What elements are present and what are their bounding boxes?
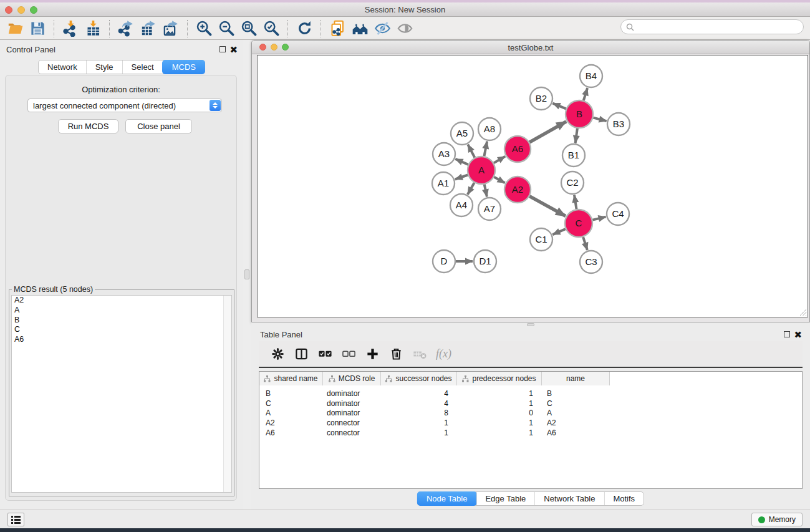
table-tab-motifs[interactable]: Motifs bbox=[604, 492, 644, 505]
table-cell[interactable]: 1 bbox=[457, 418, 542, 427]
table-tab-network-table[interactable]: Network Table bbox=[534, 492, 604, 505]
column-header-shared-name[interactable]: shared name bbox=[259, 372, 323, 385]
table-cell[interactable]: B bbox=[542, 389, 610, 398]
export-image-button[interactable] bbox=[160, 19, 182, 39]
table-cell[interactable]: 1 bbox=[381, 418, 457, 427]
close-panel-button[interactable]: Close panel bbox=[125, 119, 192, 133]
run-mcds-button[interactable]: Run MCDS bbox=[58, 119, 118, 133]
node-A6[interactable]: A6 bbox=[504, 136, 531, 162]
network-canvas[interactable]: AA6A2BCA5A8A3A1A4A7B2B4B3B1C2C4C1C3DD1 bbox=[257, 55, 808, 317]
node-A5[interactable]: A5 bbox=[451, 122, 473, 145]
mcds-result-item[interactable]: A2 bbox=[12, 296, 231, 306]
table-float-panel-icon[interactable] bbox=[784, 331, 790, 337]
mcds-result-item[interactable]: A bbox=[12, 306, 231, 316]
node-A8[interactable]: A8 bbox=[478, 118, 501, 140]
edge-A-A5[interactable] bbox=[468, 145, 475, 158]
edge-B-B4[interactable] bbox=[584, 88, 587, 100]
table-row[interactable]: Adominator80A bbox=[259, 409, 802, 418]
horizontal-splitter[interactable] bbox=[251, 322, 810, 327]
node-D1[interactable]: D1 bbox=[474, 250, 496, 273]
node-C4[interactable]: C4 bbox=[607, 203, 629, 225]
edge-B-B1[interactable] bbox=[576, 128, 577, 143]
table-cell[interactable]: dominator bbox=[323, 399, 381, 408]
node-A3[interactable]: A3 bbox=[433, 143, 455, 165]
column-header-name[interactable]: name bbox=[542, 372, 610, 385]
tab-network[interactable]: Network bbox=[39, 60, 86, 74]
mcds-result-item[interactable]: C bbox=[12, 325, 231, 335]
node-A7[interactable]: A7 bbox=[478, 198, 501, 220]
function-builder-button[interactable]: f(x) bbox=[436, 347, 451, 360]
unselect-all-columns-button[interactable] bbox=[339, 344, 359, 364]
edge-B-B2[interactable] bbox=[553, 104, 566, 109]
table-cell[interactable]: dominator bbox=[323, 409, 381, 417]
table-cell[interactable]: B bbox=[259, 389, 323, 398]
edge-A6-B[interactable] bbox=[529, 122, 566, 142]
table-cell[interactable]: 0 bbox=[457, 409, 542, 417]
edge-A-A2[interactable] bbox=[494, 177, 504, 183]
node-B[interactable]: B bbox=[566, 100, 593, 128]
edge-A-A6[interactable] bbox=[494, 157, 505, 163]
vertical-splitter[interactable] bbox=[243, 40, 251, 510]
table-cell[interactable]: 4 bbox=[381, 399, 457, 408]
node-D[interactable]: D bbox=[433, 250, 455, 273]
table-cell[interactable]: dominator bbox=[323, 389, 381, 398]
table-cell[interactable]: A bbox=[542, 409, 610, 417]
table-row[interactable]: A2connector11A2 bbox=[259, 418, 802, 428]
table-options-button[interactable] bbox=[268, 344, 287, 364]
vertical-splitter-handle[interactable] bbox=[244, 269, 249, 279]
column-header-successor-nodes[interactable]: successor nodes bbox=[381, 372, 457, 385]
table-cell[interactable]: connector bbox=[323, 418, 381, 427]
tab-style[interactable]: Style bbox=[86, 60, 122, 74]
export-network-button[interactable] bbox=[115, 19, 137, 39]
node-B1[interactable]: B1 bbox=[562, 144, 585, 167]
node-A2[interactable]: A2 bbox=[504, 177, 531, 203]
edge-A-A3[interactable] bbox=[455, 159, 468, 165]
node-B3[interactable]: B3 bbox=[607, 113, 630, 135]
edge-C-C3[interactable] bbox=[583, 237, 587, 250]
delete-columns-button[interactable] bbox=[386, 344, 406, 364]
table-row[interactable]: A6connector11A6 bbox=[259, 428, 802, 438]
duplicate-network-button[interactable] bbox=[326, 19, 349, 39]
hide-selected-button[interactable] bbox=[371, 19, 393, 39]
task-history-button[interactable] bbox=[7, 513, 24, 526]
table-row[interactable]: Bdominator41B bbox=[259, 389, 802, 399]
import-table-button[interactable] bbox=[82, 19, 104, 39]
horizontal-splitter-handle[interactable] bbox=[527, 323, 534, 326]
node-B4[interactable]: B4 bbox=[580, 65, 602, 87]
float-panel-icon[interactable] bbox=[219, 46, 226, 52]
edge-A-A4[interactable] bbox=[468, 183, 475, 195]
node-A1[interactable]: A1 bbox=[432, 172, 455, 195]
table-cell[interactable]: C bbox=[542, 399, 610, 408]
table-close-panel-icon[interactable]: ✖ bbox=[794, 330, 802, 339]
zoom-fit-button[interactable] bbox=[238, 19, 260, 39]
table-cell[interactable]: A2 bbox=[259, 418, 323, 427]
column-header-predecessor-nodes[interactable]: predecessor nodes bbox=[457, 372, 542, 385]
table-cell[interactable]: A6 bbox=[542, 428, 610, 437]
mcds-result-item[interactable]: B bbox=[12, 316, 231, 326]
save-session-button[interactable] bbox=[26, 19, 49, 39]
table-cell[interactable]: 1 bbox=[457, 428, 542, 437]
edge-A-A1[interactable] bbox=[455, 175, 468, 179]
memory-button[interactable]: Memory bbox=[751, 513, 803, 526]
first-neighbors-button[interactable] bbox=[349, 19, 371, 39]
table-tab-node-table[interactable]: Node Table bbox=[417, 491, 477, 506]
open-session-button[interactable] bbox=[4, 19, 26, 39]
mcds-result-item[interactable]: A6 bbox=[12, 335, 231, 345]
split-panel-button[interactable] bbox=[291, 344, 311, 364]
close-panel-icon[interactable]: ✖ bbox=[229, 45, 238, 54]
zoom-in-button[interactable] bbox=[193, 19, 215, 39]
criterion-select[interactable]: largest connected component (directed) bbox=[27, 99, 222, 112]
table-cell[interactable]: 1 bbox=[457, 389, 542, 398]
node-C[interactable]: C bbox=[565, 210, 592, 237]
table-cell[interactable]: C bbox=[259, 399, 323, 408]
tab-select[interactable]: Select bbox=[122, 60, 163, 74]
node-C3[interactable]: C3 bbox=[580, 251, 602, 273]
node-B2[interactable]: B2 bbox=[530, 87, 552, 110]
edge-B-B3[interactable] bbox=[593, 118, 606, 121]
table-row[interactable]: Cdominator41C bbox=[259, 399, 802, 409]
table-cell[interactable]: connector bbox=[323, 428, 381, 437]
refresh-button[interactable] bbox=[293, 19, 316, 39]
select-all-columns-button[interactable] bbox=[315, 344, 335, 364]
edge-A-A7[interactable] bbox=[485, 185, 487, 197]
edge-C-C4[interactable] bbox=[592, 217, 605, 220]
